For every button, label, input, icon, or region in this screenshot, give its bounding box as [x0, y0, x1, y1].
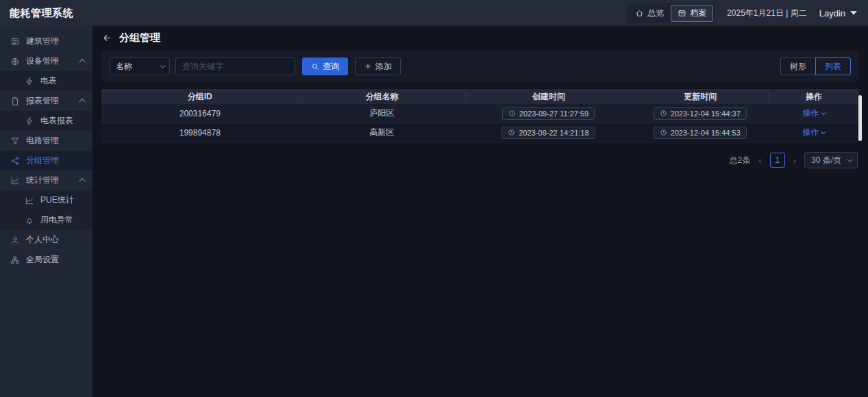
sidebar-item-building-management[interactable]: 建筑管理: [0, 31, 92, 51]
updated-time-badge: 2023-12-04 15:44:53: [654, 127, 747, 139]
view-toggle: 树形 列表: [780, 57, 851, 75]
chevron-up-icon: [79, 99, 86, 105]
filter-field-value: 名称: [116, 61, 132, 73]
sidebar: 建筑管理 设备管理 电表 报表管理 电表报表 电路管理 分组管理 统计管理 PU…: [0, 26, 92, 397]
groups-table: 分组ID分组名称创建时间更新时间操作 200316479 庐阳区 2023-09…: [101, 89, 859, 142]
clock-icon: [660, 129, 667, 136]
view-tree-button[interactable]: 树形: [780, 57, 815, 75]
updated-time-badge: 2023-12-04 15:44:37: [654, 107, 747, 120]
sidebar-item-label: 全局设置: [26, 254, 59, 266]
sidebar-item-label: 分组管理: [26, 155, 59, 166]
sidebar-item-label: 电表报表: [40, 115, 73, 127]
pagination-total: 总2条: [730, 155, 751, 166]
created-time-badge: 2023-09-22 14:21:18: [501, 127, 595, 139]
sidebar-item-report-management[interactable]: 报表管理: [0, 91, 92, 111]
user-caret-down-icon: [850, 11, 857, 15]
sidebar-item-label: 个人中心: [26, 234, 59, 246]
sidebar-item-label: 设备管理: [26, 55, 59, 67]
cell-group-id: 200316479: [101, 109, 299, 118]
sidebar-item-power-anomaly[interactable]: 用电异常: [0, 210, 92, 230]
sitemap-icon: [10, 255, 20, 265]
sidebar-item-meter-report[interactable]: 电表报表: [0, 111, 92, 131]
row-action-dropdown[interactable]: 操作: [803, 107, 825, 119]
home-icon: [635, 9, 644, 18]
created-time-badge: 2023-09-27 11:27:59: [502, 107, 595, 120]
sidebar-item-group-management[interactable]: 分组管理: [0, 151, 92, 170]
table-scrollbar-thumb[interactable]: [858, 95, 862, 141]
clock-icon: [508, 129, 515, 136]
view-list-button[interactable]: 列表: [815, 57, 851, 75]
sidebar-item-pue-statistics[interactable]: PUE统计: [0, 190, 92, 210]
archive-icon: [678, 9, 686, 18]
chevron-down-icon: [847, 156, 852, 162]
chevron-up-icon: [79, 59, 86, 66]
bell-icon: [25, 216, 34, 225]
back-arrow-icon[interactable]: [102, 33, 112, 43]
user-menu[interactable]: Laydin: [819, 8, 857, 18]
sidebar-item-label: 统计管理: [26, 175, 59, 186]
sidebar-item-label: 报表管理: [26, 95, 59, 107]
chart-icon: [10, 176, 20, 185]
app-title: 能耗管理系统: [10, 7, 73, 20]
list-icon: [10, 37, 20, 47]
search-icon: [311, 62, 319, 71]
user-name: Laydin: [819, 8, 845, 18]
row-action-dropdown[interactable]: 操作: [803, 127, 825, 138]
sidebar-item-device-management[interactable]: 设备管理: [0, 51, 92, 71]
toolbar: 名称 查询 添加 树形 列表: [101, 51, 859, 82]
prev-page-arrow[interactable]: ‹: [757, 155, 762, 166]
table-header: 分组ID分组名称创建时间更新时间操作: [101, 89, 859, 104]
pagination: 总2条 ‹ 1 › 30 条/页: [101, 152, 859, 168]
cell-group-id: 199894878: [101, 128, 299, 138]
sidebar-item-label: 电表: [40, 75, 57, 87]
cell-group-name: 高新区: [299, 127, 465, 138]
topbar-date: 2025年1月21日 | 周二: [727, 8, 807, 19]
sidebar-item-statistics-management[interactable]: 统计管理: [0, 170, 92, 190]
funnel-icon: [10, 136, 20, 146]
column-header: 更新时间: [632, 91, 768, 103]
column-header: 创建时间: [465, 91, 632, 103]
query-button[interactable]: 查询: [302, 57, 348, 75]
clock-icon: [660, 110, 667, 117]
next-page-arrow[interactable]: ›: [792, 155, 797, 166]
chart-icon: [25, 196, 34, 205]
sidebar-item-personal-center[interactable]: 个人中心: [0, 230, 92, 250]
sidebar-item-electric-meter[interactable]: 电表: [0, 71, 92, 91]
chevron-down-icon: [821, 129, 826, 134]
add-button[interactable]: 添加: [355, 57, 401, 75]
table-row: 199894878 高新区 2023-09-22 14:21:18 2023-1…: [101, 123, 859, 142]
bolt-icon: [25, 77, 34, 86]
chevron-up-icon: [79, 178, 86, 185]
sidebar-item-label: PUE统计: [40, 194, 74, 206]
topbar-nav-segment: 总览档案: [627, 3, 715, 23]
sidebar-item-circuit-management[interactable]: 电路管理: [0, 131, 92, 151]
plus-icon: [364, 62, 372, 71]
page-number-button[interactable]: 1: [770, 153, 785, 168]
column-header: 操作: [768, 91, 859, 103]
page-size-value: 30 条/页: [811, 155, 841, 166]
page-size-select[interactable]: 30 条/页: [804, 152, 858, 168]
sidebar-item-label: 电路管理: [26, 135, 59, 146]
topbar-nav-overview[interactable]: 总览: [628, 5, 671, 22]
cell-group-name: 庐阳区: [299, 107, 465, 119]
search-input[interactable]: [175, 57, 295, 75]
user-icon: [10, 235, 20, 245]
share-icon: [10, 156, 20, 166]
bolt-icon: [25, 116, 34, 126]
table-row: 200316479 庐阳区 2023-09-27 11:27:59 2023-1…: [101, 104, 859, 123]
chevron-down-icon: [160, 62, 165, 68]
sidebar-item-label: 用电异常: [40, 214, 73, 226]
column-header: 分组ID: [101, 91, 299, 103]
page-title: 分组管理: [119, 31, 160, 44]
topbar-nav-archive[interactable]: 档案: [671, 5, 713, 22]
topbar: 能耗管理系统 总览档案 2025年1月21日 | 周二 Laydin: [0, 0, 868, 26]
sidebar-item-label: 建筑管理: [26, 36, 59, 47]
chevron-down-icon: [821, 110, 826, 115]
doc-icon: [10, 97, 20, 106]
globe-icon: [10, 57, 20, 66]
sidebar-item-global-settings[interactable]: 全局设置: [0, 250, 92, 270]
filter-field-select[interactable]: 名称: [110, 57, 170, 75]
clock-icon: [508, 110, 516, 117]
column-header: 分组名称: [299, 91, 465, 103]
main-content: 分组管理 名称 查询 添加 树形 列表: [92, 26, 868, 397]
